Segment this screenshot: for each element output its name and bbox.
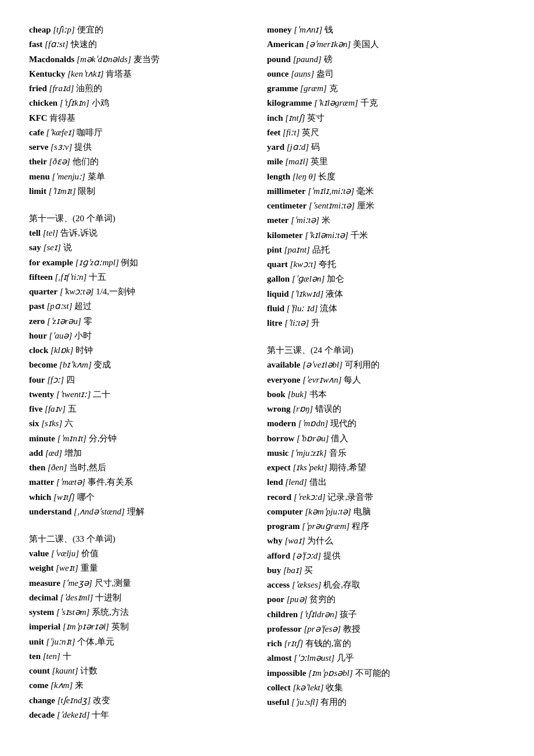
- meaning: 事件,有关系: [85, 477, 134, 487]
- vocabulary-entry: length [leŋ θ] 长度: [267, 170, 505, 183]
- word: everyone: [267, 375, 300, 384]
- word: available: [267, 360, 301, 369]
- vocabulary-entry: come [kʌm] 来: [29, 679, 255, 692]
- phonetic: [weɪt]: [54, 563, 78, 573]
- vocabulary-entry: four [fɔː] 四: [29, 373, 255, 387]
- meaning: 咖啡厅: [75, 128, 103, 137]
- word: impossible: [267, 668, 306, 678]
- meaning: 码: [309, 142, 320, 152]
- meaning: 来: [73, 681, 84, 690]
- phonetic: [ˈmeʒə]: [60, 578, 92, 588]
- word: twenty: [29, 390, 54, 399]
- meaning: 美国人: [351, 39, 379, 49]
- word: yard: [267, 142, 284, 152]
- word: music: [267, 448, 289, 458]
- word: say: [29, 243, 41, 252]
- phonetic: [ðen]: [45, 463, 67, 472]
- vocabulary-entry: almost [ˈɔːlməust] 几乎: [267, 651, 505, 665]
- phonetic: [puə]: [284, 595, 307, 604]
- vocabulary-entry: become [bɪˈkʌm] 变成: [29, 358, 255, 372]
- vocabulary-entry: decade [ˈdekeɪd] 十年: [29, 708, 255, 722]
- meaning: 增加: [62, 448, 82, 458]
- phonetic: [rɒŋ]: [291, 404, 313, 413]
- word: American: [267, 39, 304, 49]
- meaning: 升: [309, 318, 320, 327]
- meaning: 可利用的: [342, 360, 380, 369]
- phonetic: [ˈzɪərəu]: [45, 316, 81, 326]
- meaning: 英里: [308, 157, 328, 166]
- vocabulary-entry: six [sɪks] 六: [29, 417, 255, 430]
- word: system: [29, 607, 54, 617]
- vocabulary-entry: collect [kəˈlekt] 收集: [267, 681, 505, 694]
- vocabulary-entry: meter [ˈmiːtə] 米: [267, 214, 505, 227]
- meaning: 为什么: [305, 536, 334, 545]
- vocabulary-entry: five [faɪv] 五: [29, 402, 255, 416]
- phonetic: [ˈmiːtə]: [288, 215, 319, 225]
- phonetic: [sɜːv]: [48, 142, 72, 152]
- phonetic: [ˈdesɪml]: [58, 593, 93, 602]
- vocabulary-entry: record [ˈrekɔːd] 记录,录音带: [267, 491, 505, 504]
- vocabulary-entry: buy [baɪ] 买: [267, 564, 505, 577]
- meaning: 买: [302, 566, 313, 575]
- meaning: 二十: [91, 390, 110, 399]
- word: almost: [267, 653, 292, 663]
- vocabulary-entry: tell [tel] 告诉,诉说: [29, 226, 255, 240]
- meaning: 小鸡: [89, 98, 109, 107]
- phonetic: [jɑːd]: [284, 142, 309, 152]
- vocabulary-entry: hour [ˈauə] 小时: [29, 329, 255, 343]
- meaning: 计数: [78, 666, 98, 675]
- phonetic: [ˈmenjuː]: [50, 172, 85, 181]
- vocabulary-entry: liquid [ˈlɪkwɪd] 液体: [267, 287, 505, 301]
- word: hour: [29, 331, 47, 340]
- vocabulary-entry: ounce [auns] 盎司: [267, 67, 505, 81]
- word: decade: [29, 710, 55, 719]
- word: fast: [29, 39, 42, 49]
- word: tell: [29, 228, 41, 237]
- meaning: 当时,然后: [67, 463, 106, 472]
- word: liquid: [267, 289, 289, 298]
- word: Kentucky: [29, 69, 66, 78]
- meaning: 每人: [342, 375, 362, 384]
- vocabulary-entry: modern [ˈmɒdn] 现代的: [267, 417, 505, 430]
- word: centimeter: [267, 201, 306, 210]
- vocabulary-entry: clock [klɒk] 时钟: [29, 344, 255, 357]
- word: children: [267, 610, 298, 619]
- vocabulary-entry: mile [maɪl] 英里: [267, 155, 505, 168]
- meaning: 磅: [322, 55, 333, 64]
- meaning: 时钟: [73, 345, 93, 355]
- word: afford: [267, 551, 290, 560]
- vocabulary-entry: pound [paund] 磅: [267, 53, 505, 66]
- vocabulary-entry: add [æd] 增加: [29, 447, 255, 460]
- word: weight: [29, 563, 54, 573]
- main-content: cheap [tʃiːp] 便宜的fast [fɑːst] 快速的Macdona…: [29, 23, 505, 723]
- meaning: 几乎: [334, 653, 354, 663]
- vocabulary-entry: measure [ˈmeʒə] 尺寸,测量: [29, 577, 255, 590]
- vocabulary-entry: their [ðɛə] 他们的: [29, 155, 255, 168]
- meaning: 有用的: [319, 697, 347, 707]
- meaning: 英尺: [300, 128, 319, 137]
- phonetic: [fraɪd]: [47, 84, 74, 93]
- word: record: [267, 492, 291, 502]
- word: gramme: [267, 84, 298, 93]
- phonetic: [ˈtʃɪldrən]: [298, 610, 338, 619]
- vocabulary-entry: quarter [ˈkwɔːtə] 1/4,一刻钟: [29, 285, 255, 298]
- meaning: 变成: [92, 360, 111, 369]
- section-title: 第十二课、(33 个单词): [29, 534, 255, 545]
- meaning: 提供: [321, 551, 341, 560]
- word: past: [29, 301, 45, 311]
- word: kilogramme: [267, 98, 312, 107]
- phonetic: [græm]: [298, 84, 327, 93]
- vocabulary-entry: Kentucky [kenˈtʌkɪ] 肯塔基: [29, 67, 255, 81]
- meaning: 哪个: [75, 492, 95, 502]
- phonetic: [ˈvælju]: [49, 549, 79, 558]
- meaning: 理解: [125, 507, 145, 516]
- word: access: [267, 580, 290, 589]
- meaning: 孩子: [338, 610, 358, 619]
- meaning: 重量: [78, 563, 98, 573]
- word: become: [29, 360, 57, 369]
- phonetic: [wɪtʃ]: [51, 492, 75, 502]
- word: rich: [267, 639, 282, 648]
- phonetic: [ˈprəuɡræm]: [300, 521, 349, 531]
- vocabulary-entry: borrow [ˈbɒrəu] 借入: [267, 432, 505, 445]
- meaning: 音乐: [327, 448, 347, 458]
